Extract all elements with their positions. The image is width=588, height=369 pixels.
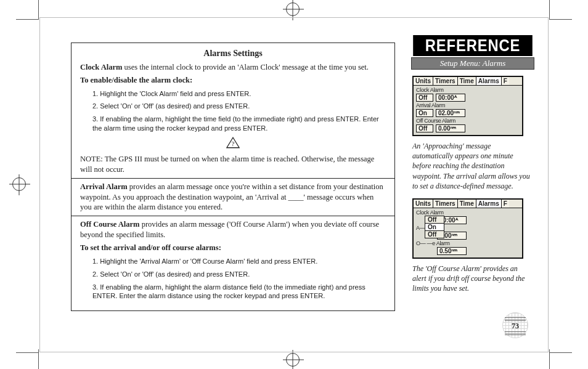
caption-1: An 'Approaching' message automatically a… [412,141,533,191]
lcd-tab: Time [458,200,476,208]
note: NOTE: The GPS III must be turned on when… [80,154,386,175]
reference-banner: REFERENCE [413,35,533,56]
set-sub: To set the arrival and/or off course ala… [80,243,386,253]
lcd-field: On [416,109,433,117]
warning-icon: ? [80,137,386,152]
lcd-body: Clock Alarm Off00:00ᴬ Arrival Alarm On02… [414,86,522,135]
crop-mark [38,349,39,369]
lcd-screenshot-2: Units Timers Time Alarms F Clock Alarm 0… [412,198,523,259]
clock-alarm-intro: Clock Alarm uses the internal clock to p… [80,62,386,73]
lcd-body: Clock Alarm 00:00ᴬ A— —larm 0.00ⁿᵐ O— —e… [414,208,522,257]
crop-mark [16,352,38,353]
registration-mark-left [12,177,26,191]
lcd-tab: Timers [433,77,458,85]
lcd-tabs: Units Timers Time Alarms F [414,200,522,208]
section-subhead: Setup Menu: Alarms [411,57,534,70]
step: 3. If enabling the alarm, highlight the … [92,283,386,301]
lcd-tab: Time [458,77,476,85]
lcd-tab: Alarms [476,200,502,208]
divider [71,178,394,179]
crop-mark [38,0,39,20]
step: 2. Select 'On' or 'Off' (as desired) and… [92,270,386,279]
lcd-tab: Alarms [476,77,502,85]
divider [71,216,394,216]
crop-mark [16,19,38,20]
step: 1. Highlight the 'Clock Alarm' field and… [92,89,386,99]
page-frame: Alarms Settings Clock Alarm uses the int… [39,17,549,352]
main-column: Alarms Settings Clock Alarm uses the int… [40,18,409,352]
registration-mark-bottom [286,353,300,367]
lcd-label: Clock Alarm [416,87,520,93]
menu-item: Off [425,231,444,238]
lcd-tab: Units [414,200,433,208]
crop-mark [550,19,572,20]
lcd-label: Arrival Alarm [416,102,520,108]
box-title: Alarms Settings [80,48,386,60]
lcd-popup-menu: Off On Off [425,216,444,238]
lcd-tab: Timers [433,200,458,208]
registration-mark-top [286,2,300,16]
menu-item: On [425,224,444,231]
lcd-screenshot-1: Units Timers Time Alarms F Clock Alarm O… [412,76,523,136]
lcd-value: 00:00ᴬ [436,94,465,102]
crop-mark [550,352,572,353]
alarms-settings-box: Alarms Settings Clock Alarm uses the int… [71,43,395,311]
crop-mark [549,349,550,369]
lcd-field: Off [416,124,433,132]
step: 1. Highlight the 'Arrival Alarm' or 'Off… [92,257,386,266]
step: 2. Select 'On' or 'Off' (as desired) and… [92,102,386,111]
sidebar-column: REFERENCE Setup Menu: Alarms Units Timer… [409,18,548,352]
step: 3. If enabling the alarm, highlight the … [92,115,386,133]
lcd-tab: Units [414,77,433,85]
svg-text:?: ? [232,140,235,147]
page-number: 73 [505,317,526,336]
lcd-label: Clock Alarm [416,209,520,216]
lcd-value: 0.50ⁿᵐ [437,247,467,255]
lcd-value: 02.00ⁿᵐ [436,109,465,117]
lcd-tab: F [502,200,509,208]
lcd-tabs: Units Timers Time Alarms F [414,77,522,86]
lcd-field: Off [416,94,433,102]
lcd-value: 0.00ⁿᵐ [436,124,465,132]
crop-mark [549,0,550,20]
off-course-intro: Off Course Alarm provides an alarm messa… [80,219,386,240]
lcd-tab: F [502,77,509,85]
menu-item: Off [425,216,444,224]
caption-2: The 'Off Course Alarm' provides an alert… [412,264,533,294]
clock-sub: To enable/disable the alarm clock: [80,75,386,86]
lcd-label: Off Course Alarm [416,118,520,124]
arrival-alarm-intro: Arrival Alarm provides an alarm message … [80,182,386,213]
lcd-label: O— —e Alarm [416,240,520,246]
